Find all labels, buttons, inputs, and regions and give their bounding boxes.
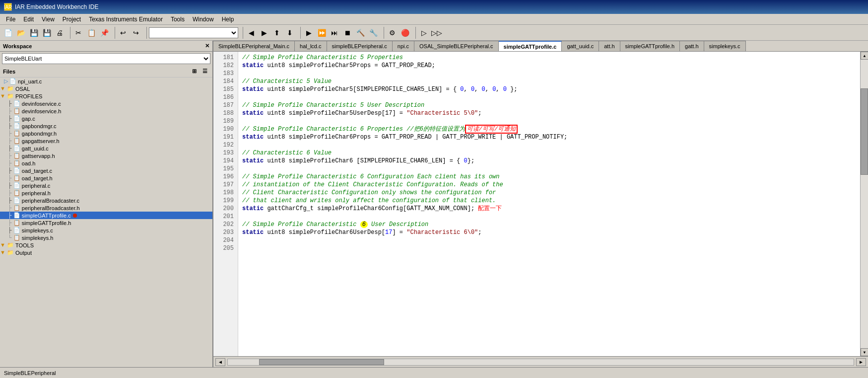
code-editor[interactable]: 181 182 183 184 185 186 187 188 189 190 … — [213, 52, 868, 356]
workspace-project-dropdown[interactable]: SimpleBLEUart — [2, 53, 210, 64]
code-line-189 — [242, 117, 860, 125]
tree-item-simplegattprofile-c[interactable]: ├ 📄 simpleGATTprofile.c — [0, 212, 212, 219]
tree-item-gatt-uuid-c[interactable]: ├ 📄 gatt_uuid.c — [0, 145, 212, 152]
tab-hallcd[interactable]: hal_lcd.c — [295, 41, 327, 51]
tree-item-tools[interactable]: ▼ 📁 TOOLS — [0, 241, 212, 249]
menu-tools[interactable]: Tools — [167, 15, 189, 24]
line-num-188: 188 — [213, 109, 238, 117]
workspace-panel: Workspace ✕ SimpleBLEUart Files ⊞ ☰ ▷ 📄 … — [0, 41, 213, 367]
tree-item-osal[interactable]: ▼ 📁 OSAL — [0, 85, 212, 92]
build2-button[interactable]: ⏩ — [316, 27, 328, 39]
tree-item-gapbondmgr-h[interactable]: ├ 📋 gapbondmgr.h — [0, 130, 212, 137]
scroll-track[interactable] — [861, 60, 868, 348]
debug1-button[interactable]: ⚙ — [386, 27, 398, 39]
file-h-icon: ├ 📋 — [8, 160, 20, 166]
horizontal-scrollbar[interactable] — [227, 359, 854, 366]
tab-gatth[interactable]: gatt.h — [680, 41, 704, 51]
file-icon-selected: ├ 📄 — [8, 212, 20, 219]
paste-button[interactable]: 📌 — [98, 27, 110, 39]
run2-button[interactable]: ▷▷ — [431, 27, 443, 39]
tab-osal[interactable]: OSAL_SimpleBLEPeripheral.c — [414, 41, 499, 51]
nav2-button[interactable]: ⬇ — [284, 27, 296, 39]
tree-item-gattservapp-h[interactable]: ├ 📋 gattservapp.h — [0, 152, 212, 159]
tree-item-npi-uart[interactable]: ▷ 📄 npi_uart.c — [0, 77, 212, 85]
run1-button[interactable]: ▷ — [418, 27, 430, 39]
scroll-left-button[interactable]: ◀ — [215, 358, 225, 366]
tree-item-gap-c[interactable]: ├ 📄 gap.c — [0, 115, 212, 122]
menu-help[interactable]: Help — [218, 15, 238, 24]
build1-button[interactable]: ▶ — [303, 27, 315, 39]
tree-item-oad-target-c[interactable]: ├ 📄 oad_target.c — [0, 167, 212, 174]
config-dropdown[interactable] — [149, 27, 238, 38]
scroll-right-button[interactable]: ▶ — [856, 358, 866, 366]
tab-simplebleperipheral[interactable]: simpleBLEPeripheral.c — [327, 41, 393, 51]
line-num-184: 184 — [213, 77, 238, 85]
undo-button[interactable]: ↩ — [117, 27, 129, 39]
tree-item-devinfoservice-h[interactable]: ├ 📋 devinfoservice.h — [0, 107, 212, 115]
line-num-203: 203 — [213, 228, 238, 236]
menu-window[interactable]: Window — [189, 15, 218, 24]
tree-item-gapbondmgr-c[interactable]: ├ 📄 gapbondmgr.c — [0, 122, 212, 130]
print-button[interactable]: 🖨 — [54, 27, 66, 39]
redo-button[interactable]: ↪ — [130, 27, 142, 39]
new-button[interactable]: 📄 — [2, 27, 14, 39]
tree-item-peripheral-h[interactable]: ├ 📋 peripheral.h — [0, 189, 212, 197]
open-button[interactable]: 📂 — [15, 27, 27, 39]
code-content[interactable]: // Simple Profile Characteristic 5 Prope… — [238, 52, 860, 356]
tree-item-peripheral-c[interactable]: ├ 📄 peripheral.c — [0, 182, 212, 189]
save-all-button[interactable]: 💾 — [41, 27, 53, 39]
debug2-button[interactable]: 🔴 — [399, 27, 411, 39]
scroll-up-button[interactable]: ▲ — [861, 52, 868, 60]
tab-simplegattprofileh[interactable]: simpleGATTprofile.h — [620, 41, 680, 51]
tab-gattuuid[interactable]: gatt_uuid.c — [562, 41, 599, 51]
tree-item-simplegattprofile-h[interactable]: ├ 📋 simpleGATTprofile.h — [0, 219, 212, 227]
build4-button[interactable]: ⏹ — [341, 27, 353, 39]
tree-item-oad-h[interactable]: ├ 📋 oad.h — [0, 159, 212, 167]
tree-item-simplekeys-h[interactable]: └ 📋 simplekeys.h — [0, 234, 212, 241]
tab-npi[interactable]: npi.c — [393, 41, 414, 51]
code-line-181: // Simple Profile Characteristic 5 Prope… — [242, 54, 860, 62]
menu-ti-emulator[interactable]: Texas Instruments Emulator — [85, 15, 167, 24]
tree-item-simplekeys-c[interactable]: ├ 📄 simplekeys.c — [0, 227, 212, 234]
tree-item-peripheralbroadcaster-h[interactable]: ├ 📋 peripheralBroadcaster.h — [0, 204, 212, 212]
line-num-198: 198 — [213, 189, 238, 197]
build3-button[interactable]: ⏭ — [329, 27, 340, 39]
tree-item-peripheralbroadcaster-c[interactable]: ├ 📄 peripheralBroadcaster.c — [0, 197, 212, 204]
code-line-192 — [242, 141, 860, 149]
save-button[interactable]: 💾 — [28, 27, 40, 39]
line-num-192: 192 — [213, 141, 238, 149]
tree-item-gapgattserver-h[interactable]: ├ 📋 gapgattserver.h — [0, 137, 212, 145]
scroll-thumb[interactable] — [861, 88, 868, 175]
tree-item-oad-target-h[interactable]: ├ 📋 oad_target.h — [0, 174, 212, 182]
file-icon: ├ 📄 — [8, 167, 20, 174]
menu-view[interactable]: View — [38, 15, 59, 24]
tab-simpleblemain[interactable]: SimpleBLEPeripheral_Main.c — [213, 41, 295, 51]
nav1-button[interactable]: ⬆ — [271, 27, 283, 39]
code-line-182: static uint8 simpleProfileChar5Props = G… — [242, 62, 860, 70]
tree-item-profiles[interactable]: ▼ 📁 PROFILES — [0, 92, 212, 100]
back-button[interactable]: ◀ — [245, 27, 257, 39]
menu-project[interactable]: Project — [59, 15, 85, 24]
code-line-193: // Characteristic 6 Value — [242, 149, 860, 157]
tab-simplegattprofile[interactable]: simpleGATTprofile.c — [499, 41, 562, 51]
tab-simplekeysc[interactable]: simplekeys.c — [704, 41, 746, 51]
workspace-close[interactable]: ✕ — [205, 43, 209, 49]
menu-file[interactable]: File — [2, 15, 19, 24]
line-num-189: 189 — [213, 117, 238, 125]
tab-atth[interactable]: att.h — [599, 41, 620, 51]
menu-edit[interactable]: Edit — [19, 15, 38, 24]
build5-button[interactable]: 🔨 — [354, 27, 366, 39]
tree-item-devinfoservice-c[interactable]: ├ 📄 devinfoservice.c — [0, 100, 212, 107]
filter-icon[interactable]: ⊞ — [190, 67, 199, 76]
file-tree[interactable]: ▷ 📄 npi_uart.c ▼ 📁 OSAL ▼ 📁 PROFILES ├ 📄… — [0, 77, 212, 367]
list-icon[interactable]: ☰ — [200, 67, 209, 76]
copy-button[interactable]: 📋 — [85, 27, 97, 39]
menu-bar: File Edit View Project Texas Instruments… — [0, 14, 868, 25]
cut-button[interactable]: ✂ — [72, 27, 84, 39]
scroll-down-button[interactable]: ▼ — [861, 348, 868, 356]
editor-scrollbar[interactable]: ▲ ▼ — [860, 52, 868, 356]
forward-button[interactable]: ▶ — [258, 27, 270, 39]
build6-button[interactable]: 🔧 — [367, 27, 379, 39]
tree-item-output[interactable]: ▼ 📁 Output — [0, 249, 212, 256]
horizontal-scroll-thumb[interactable] — [259, 359, 384, 365]
